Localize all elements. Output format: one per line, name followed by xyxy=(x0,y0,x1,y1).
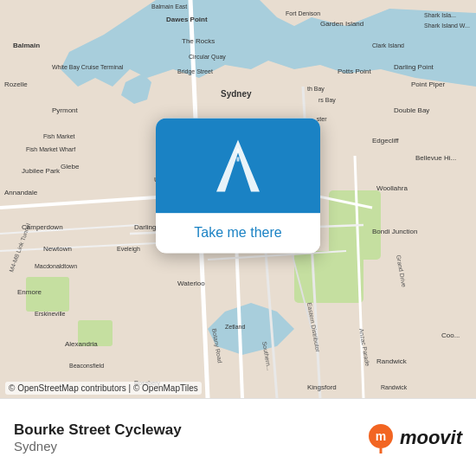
location-info: Bourke Street Cycleway Sydney xyxy=(14,421,365,453)
svg-text:Rozelle: Rozelle xyxy=(4,80,28,88)
svg-text:Balmain: Balmain xyxy=(13,42,40,49)
svg-text:Newtown: Newtown xyxy=(43,245,72,253)
svg-text:Darling Point: Darling Point xyxy=(394,63,434,71)
location-name: Bourke Street Cycleway xyxy=(14,421,365,439)
svg-text:Bridge Street: Bridge Street xyxy=(177,68,213,75)
svg-text:Woollahra: Woollahra xyxy=(376,184,408,192)
moovit-text: moovit xyxy=(400,427,462,449)
moovit-logo: m moovit xyxy=(365,422,462,453)
bottom-bar: Bourke Street Cycleway Sydney m moovit xyxy=(0,398,476,476)
map-container: M4-M8 Link Tunnel Balmain Rozelle White … xyxy=(0,0,476,398)
svg-text:Waterloo: Waterloo xyxy=(177,280,205,287)
location-city: Sydney xyxy=(14,439,365,453)
svg-text:Enmore: Enmore xyxy=(17,288,42,296)
svg-text:Fort Denison: Fort Denison xyxy=(286,10,320,16)
svg-rect-2 xyxy=(294,251,363,303)
svg-text:Macdonaldtown: Macdonaldtown xyxy=(35,263,77,269)
svg-text:m: m xyxy=(376,429,386,443)
svg-text:Coo...: Coo... xyxy=(441,331,460,339)
svg-text:Eveleigh: Eveleigh xyxy=(117,246,140,253)
svg-text:Glebe: Glebe xyxy=(61,163,80,170)
map-attribution: © OpenStreetMap contributors | © OpenMap… xyxy=(5,382,202,395)
card-icon-area xyxy=(156,118,320,213)
svg-text:Camperdown: Camperdown xyxy=(22,223,63,231)
svg-text:Potts Point: Potts Point xyxy=(338,68,371,75)
svg-text:Jubilee Park: Jubilee Park xyxy=(22,167,61,175)
svg-text:Shark Isla...: Shark Isla... xyxy=(424,12,456,18)
svg-text:Kingsford: Kingsford xyxy=(307,383,337,391)
svg-text:Clark Island: Clark Island xyxy=(372,42,404,48)
svg-text:Annandale: Annandale xyxy=(4,189,38,196)
svg-text:Garden Island: Garden Island xyxy=(320,20,363,28)
svg-text:Point Piper: Point Piper xyxy=(411,80,445,88)
svg-text:White Bay Cruise Terminal: White Bay Cruise Terminal xyxy=(52,64,124,71)
svg-text:Randwick: Randwick xyxy=(381,384,408,390)
svg-text:rs Bay: rs Bay xyxy=(318,97,336,104)
moovit-pin-icon: m xyxy=(365,422,396,453)
svg-text:Fish Market Wharf: Fish Market Wharf xyxy=(26,146,75,152)
svg-text:Edgecliff: Edgecliff xyxy=(372,137,399,145)
svg-text:The Rocks: The Rocks xyxy=(182,37,215,45)
svg-text:Randwick: Randwick xyxy=(376,357,408,365)
svg-text:Fish Market: Fish Market xyxy=(43,133,75,139)
svg-text:Circular Quay: Circular Quay xyxy=(189,54,226,61)
svg-text:Double Bay: Double Bay xyxy=(394,106,429,114)
svg-text:Dawes Point: Dawes Point xyxy=(166,16,208,23)
svg-text:Pyrmont: Pyrmont xyxy=(52,106,79,114)
road-icon xyxy=(203,135,273,196)
take-me-there-button[interactable]: Take me there xyxy=(156,213,320,253)
svg-text:Erskineville: Erskineville xyxy=(35,311,66,317)
svg-text:Bondi Junction: Bondi Junction xyxy=(372,228,417,235)
svg-text:Bellevue Hi...: Bellevue Hi... xyxy=(415,154,456,162)
svg-text:Balmain East: Balmain East xyxy=(151,3,187,10)
svg-text:Zetland: Zetland xyxy=(225,324,245,330)
svg-text:Sydney: Sydney xyxy=(221,89,252,99)
svg-text:Beaconsfield: Beaconsfield xyxy=(69,363,104,369)
svg-text:Shark Island W...: Shark Island W... xyxy=(424,23,470,29)
svg-text:Alexandria: Alexandria xyxy=(65,340,98,348)
svg-text:th Bay: th Bay xyxy=(307,86,325,93)
navigation-card: Take me there xyxy=(156,118,320,253)
